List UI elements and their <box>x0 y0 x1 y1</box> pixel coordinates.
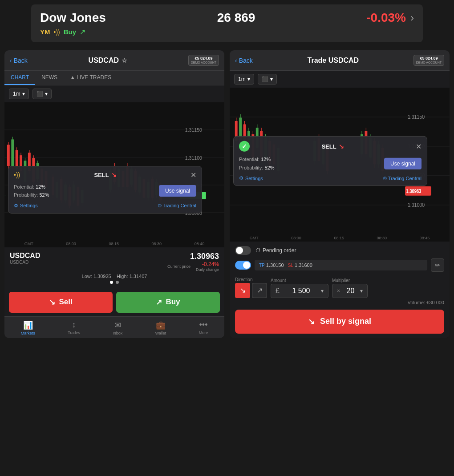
svg-text:1.31000: 1.31000 <box>408 202 425 209</box>
top-bar-title: Dow Jones <box>40 11 106 25</box>
pair-price-label-group: Current price <box>167 264 191 269</box>
checkmark-icon: ✓ <box>239 141 250 152</box>
edit-tp-sl-button[interactable]: ✏ <box>431 258 444 272</box>
tab-live-trades[interactable]: ▲ LIVE TRADES <box>64 71 118 85</box>
right-x-axis: GMT 08:00 08:15 08:30 08:45 <box>230 234 450 242</box>
signal-icon: •)) <box>54 28 60 36</box>
left-panel-header: ‹ Back USDCAD ☆ €5 824.89 DEMO ACCOUNT <box>4 50 224 71</box>
buy-arrow-icon: ↗ <box>156 298 162 307</box>
candle-icon: ⬛ <box>36 91 43 97</box>
left-panel: ‹ Back USDCAD ☆ €5 824.89 DEMO ACCOUNT C… <box>4 50 224 338</box>
chevron-right-icon[interactable]: › <box>410 12 414 24</box>
right-back-button[interactable]: ‹ Back <box>235 57 253 64</box>
close-signal-button[interactable]: ✕ <box>191 171 196 179</box>
right-signal-footer: ⚙ Settings © Trading Central <box>239 175 422 181</box>
left-x-axis: GMT 08:00 08:15 08:30 08:40 <box>4 240 224 247</box>
bottom-nav: 📊 Markets ↕ Trades ✉ Inbox 💼 Wallet ••• … <box>4 316 224 338</box>
right-use-signal-button[interactable]: Use signal <box>384 158 422 169</box>
star-icon[interactable]: ☆ <box>122 57 127 64</box>
right-close-signal-button[interactable]: ✕ <box>416 142 422 150</box>
nav-markets[interactable]: 📊 Markets <box>16 319 40 336</box>
top-bar-symbol: YM <box>40 28 50 36</box>
right-demo-badge: €5 824.89 DEMO ACCOUNT <box>413 55 444 66</box>
dropdown-arrow-icon: ▾ <box>247 76 250 82</box>
left-chart-area: 1.31150 1.31100 1.31050 1.31000 1.30963 … <box>4 102 224 240</box>
direction-buy-button[interactable]: ↗ <box>252 283 267 298</box>
settings-link[interactable]: ⚙ Settings <box>14 203 38 209</box>
nav-more[interactable]: ••• More <box>195 319 213 336</box>
pair-price: 1.30963 <box>167 252 219 261</box>
multiplier-input[interactable]: × 20 ▾ <box>332 284 368 298</box>
nav-wallet[interactable]: 💼 Wallet <box>151 319 171 336</box>
trade-form: ⏱ Pending order TP 1.30150 SL 1.31600 ✏ <box>230 242 450 338</box>
pair-name: USDCAD <box>10 252 40 260</box>
right-panel: ‹ Back Trade USDCAD €5 824.89 DEMO ACCOU… <box>230 50 450 338</box>
panels-container: ‹ Back USDCAD ☆ €5 824.89 DEMO ACCOUNT C… <box>4 50 450 338</box>
direction-buttons: ↘ ↗ <box>235 283 267 298</box>
direction-sell-button[interactable]: ↘ <box>235 283 250 298</box>
signal-footer: ⚙ Settings © Trading Central <box>14 203 196 209</box>
sell-button[interactable]: ↘ Sell <box>9 292 113 313</box>
svg-text:1.31150: 1.31150 <box>408 113 425 121</box>
multiplier-group: Multiplier × 20 ▾ <box>332 278 368 298</box>
right-timeframe-dropdown[interactable]: 1m ▾ <box>234 74 254 85</box>
arrow-up-icon: ↗ <box>80 28 85 36</box>
sell-direction-icon: ↘ <box>111 171 117 178</box>
top-bar-price: 26 869 <box>217 11 255 25</box>
signal-body: Potential: 12% Probability: 52% Use sign… <box>14 183 196 199</box>
dropdown-arrow-icon: ▾ <box>22 91 25 97</box>
dropdown-arrow-icon: ▾ <box>45 91 48 97</box>
dot-1 <box>110 281 113 284</box>
timeframe-dropdown[interactable]: 1m ▾ <box>9 89 29 99</box>
amount-input[interactable]: £ 1 500 ▾ <box>271 284 328 298</box>
dropdown-arrow-icon: ▾ <box>321 288 324 294</box>
pair-info: USDCAD USDCAD 1.30963 Current price -0.2… <box>4 247 224 288</box>
trading-central-link[interactable]: © Trading Central <box>158 203 196 208</box>
left-panel-tabs: CHART NEWS ▲ LIVE TRADES <box>4 71 224 85</box>
demo-badge: €5 824.89 DEMO ACCOUNT <box>188 55 219 66</box>
tab-chart[interactable]: CHART <box>4 71 35 85</box>
wallet-icon: 💼 <box>156 320 166 330</box>
chevron-left-icon: ‹ <box>10 57 12 64</box>
nav-trades[interactable]: ↕ Trades <box>63 319 85 336</box>
chart-type-dropdown[interactable]: ⬛ ▾ <box>32 89 52 99</box>
tp-sl-toggle[interactable] <box>235 261 251 270</box>
right-chart-area: 1.31150 1.31100 1.31050 1.31000 1.30963 … <box>230 88 450 234</box>
pair-price-group: 1.30963 Current price -0.24% Daily chang… <box>167 252 219 272</box>
use-signal-button[interactable]: Use signal <box>159 185 196 197</box>
dot-2 <box>116 281 119 284</box>
left-controls-row: 1m ▾ ⬛ ▾ <box>4 85 224 102</box>
right-signal-popup-header: ✓ SELL ↘ ✕ <box>239 141 422 152</box>
right-trading-central-link[interactable]: © Trading Central <box>383 176 422 181</box>
tab-news[interactable]: NEWS <box>35 71 64 85</box>
svg-text:1.31150: 1.31150 <box>185 127 202 133</box>
pair-low-high: Low: 1.30925 High: 1.31407 <box>10 274 219 279</box>
trade-buttons: ↘ Sell ↗ Buy <box>4 288 224 316</box>
tp-sl-row: TP 1.30150 SL 1.31600 ✏ <box>235 258 444 272</box>
buy-button[interactable]: ↗ Buy <box>116 292 220 313</box>
right-settings-link[interactable]: ⚙ Settings <box>239 175 263 181</box>
left-panel-title: USDCAD ☆ <box>89 56 127 65</box>
svg-text:1.30963: 1.30963 <box>406 188 421 194</box>
dropdown-arrow-icon: ▾ <box>270 76 273 82</box>
right-panel-title: Trade USDCAD <box>308 56 359 65</box>
sell-arrow-icon: ↘ <box>49 298 55 307</box>
nav-inbox[interactable]: ✉ Inbox <box>108 319 127 336</box>
top-bar: Dow Jones 26 869 -0.03% › YM •)) Buy ↗ <box>31 4 423 42</box>
left-back-button[interactable]: ‹ Back <box>10 57 28 64</box>
inbox-icon: ✉ <box>114 320 121 330</box>
svg-text:1.31100: 1.31100 <box>185 155 202 161</box>
pending-order-toggle[interactable] <box>235 246 251 255</box>
trades-icon: ↕ <box>72 320 76 330</box>
right-gear-icon: ⚙ <box>239 175 243 181</box>
change-label: Daily change <box>196 267 219 272</box>
chevron-left-icon: ‹ <box>235 57 237 64</box>
pending-order-label: ⏱ Pending order <box>255 247 296 254</box>
right-panel-header: ‹ Back Trade USDCAD €5 824.89 DEMO ACCOU… <box>230 50 450 71</box>
right-chart-type-dropdown[interactable]: ⬛ ▾ <box>258 74 277 85</box>
signal-popup: •)) SELL ↘ ✕ Potential: 12% Probability:… <box>8 166 202 214</box>
sell-by-signal-button[interactable]: ↘ Sell by signal <box>235 310 444 334</box>
trade-inputs-row: Direction ↘ ↗ Amount £ 1 500 ▾ Multiplie <box>235 277 444 298</box>
pair-change-group: -0.24% Daily change <box>196 261 219 272</box>
direction-label: Direction <box>235 277 267 282</box>
